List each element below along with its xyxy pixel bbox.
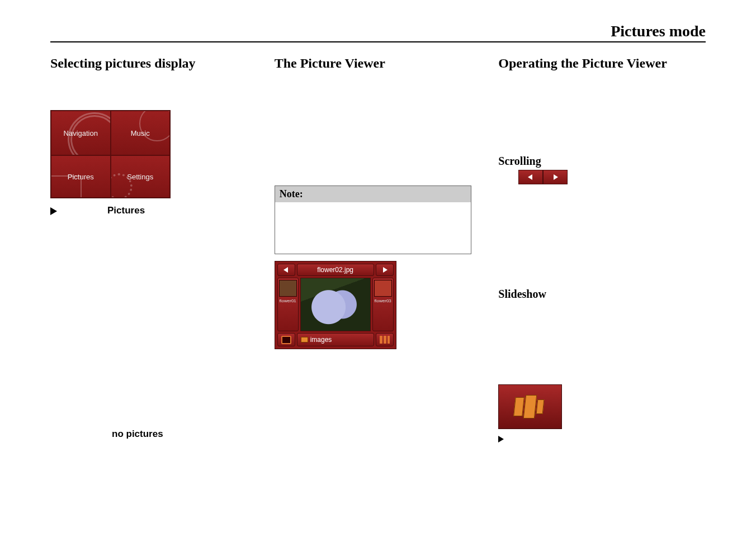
tile-settings[interactable]: Settings (111, 155, 171, 198)
scroll-right-button[interactable] (543, 170, 568, 184)
note-body (275, 202, 471, 254)
svg-marker-1 (383, 267, 388, 273)
thumb-left-label: flower01 (280, 298, 296, 303)
folder-label: images (310, 336, 332, 344)
slideshow-icon (380, 336, 390, 344)
svg-marker-3 (554, 174, 558, 180)
tile-music-label: Music (131, 129, 150, 137)
note-heading: Note: (275, 186, 471, 202)
tile-pictures-label: Pictures (68, 173, 94, 181)
next-button[interactable] (376, 264, 394, 276)
svg-marker-0 (284, 267, 288, 273)
tile-pictures[interactable]: Pictures (51, 155, 111, 198)
page-header-title: Pictures mode (611, 22, 706, 40)
scroll-buttons (518, 170, 706, 184)
folder-icon (301, 337, 308, 342)
triangle-left-icon (284, 267, 289, 273)
note-box: Note: (275, 185, 471, 254)
slideshow-heading: Slideshow (498, 288, 706, 301)
thumb-right-label: flower03 (375, 298, 391, 303)
monitor-icon (281, 336, 291, 344)
folder-bar[interactable]: images (297, 333, 374, 346)
slideshow-icon (513, 396, 547, 418)
scroll-left-button[interactable] (518, 170, 543, 184)
play-icon (498, 436, 504, 442)
tile-navigation-label: Navigation (64, 129, 98, 137)
slideshow-button[interactable] (498, 384, 562, 429)
no-pictures-label: no pictures (50, 429, 258, 440)
tile-settings-label: Settings (127, 173, 153, 181)
picture-viewer-screenshot: flower02.jpg flower01 flower03 (275, 261, 396, 349)
viewer-main-image (300, 278, 371, 331)
fullscreen-button[interactable] (277, 333, 295, 346)
tile-music[interactable]: Music (111, 111, 171, 155)
thumb-left[interactable]: flower01 (277, 278, 299, 331)
slideshow-button-small[interactable] (376, 333, 394, 346)
column-viewer: The Picture Viewer Note: flower02.jpg (275, 56, 482, 444)
viewer-filename: flower02.jpg (297, 264, 374, 276)
col1-heading: Selecting pictures display (50, 56, 258, 71)
prev-button[interactable] (277, 264, 295, 276)
column-operating: Operating the Picture Viewer Scrolling S… (498, 56, 706, 444)
column-selecting: Selecting pictures display Navigation Mu… (50, 56, 258, 444)
col2-heading: The Picture Viewer (275, 56, 482, 71)
svg-marker-2 (528, 174, 532, 180)
triangle-right-icon (552, 174, 558, 180)
main-menu-screenshot: Navigation Music Pictures Settings (50, 110, 171, 198)
tile-navigation[interactable]: Navigation (51, 111, 111, 155)
col3-heading: Operating the Picture Viewer (498, 56, 706, 71)
triangle-left-icon (528, 174, 533, 180)
scrolling-heading: Scrolling (498, 155, 706, 168)
play-icon (50, 207, 57, 215)
step-pictures-label: Pictures (107, 205, 145, 216)
thumb-right[interactable]: flower03 (372, 278, 394, 331)
triangle-right-icon (382, 267, 388, 273)
